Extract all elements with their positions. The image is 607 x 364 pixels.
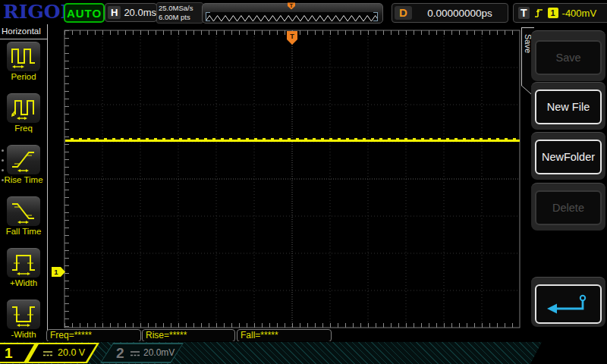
window-bracket-left-icon: [206, 12, 210, 21]
save-button[interactable]: Save: [531, 30, 605, 81]
dc-coupling-icon: [42, 350, 53, 357]
acquisition-info-box: 25.0MSa/s 6.00M pts: [156, 2, 203, 24]
status-bar: 1 20.0 V 2 20.0mV: [0, 341, 607, 364]
channel1-badge[interactable]: 1 20.0 V: [0, 343, 99, 363]
trigger-label: T: [518, 7, 530, 19]
trigger-box[interactable]: T 1 -400mV: [513, 3, 607, 23]
save-button-label: Save: [535, 40, 602, 75]
channel1-trace: [65, 138, 520, 142]
freq-icon: [9, 96, 38, 121]
menu-item-label: +Width: [0, 278, 47, 287]
measurement-freq: Freq=*****: [46, 329, 141, 342]
left-menu-title: Horizontal: [0, 24, 47, 39]
trigger-position-letter: T: [290, 33, 294, 40]
memory-waveform-window: [206, 12, 378, 21]
graticule-area: T 1: [48, 24, 521, 344]
menu-item-label: Period: [0, 72, 47, 81]
menu-item-label: Freq: [0, 124, 47, 133]
left-menu-panel: Horizontal Period Freq: [0, 24, 48, 341]
memory-waveform-icon: [206, 14, 378, 23]
run-status-badge: AUTO: [64, 3, 105, 23]
sample-rate: 25.0MSa/s: [159, 4, 203, 13]
channel2-number: 2: [116, 344, 124, 362]
delete-button[interactable]: Delete: [531, 183, 605, 231]
new-folder-button[interactable]: NewFolder: [531, 132, 605, 180]
menu-item-freq[interactable]: Freq: [0, 93, 47, 143]
delay-label: D: [395, 6, 412, 20]
channel1-divider: [22, 342, 39, 364]
menu-page-dots: [2, 149, 4, 181]
oscilloscope-screen: RIGOL AUTO H 20.0ms 25.0MSa/s 6.00M pts …: [0, 0, 607, 364]
delay-value: 0.00000000ps: [412, 8, 508, 19]
menu-item-fall-time[interactable]: Fall Time: [0, 196, 47, 246]
dc-coupling-icon: [130, 350, 140, 357]
rising-edge-icon: [533, 7, 544, 19]
memory-depth: 6.00M pts: [159, 13, 203, 22]
new-file-button-label: New File: [535, 89, 602, 124]
return-button[interactable]: [531, 277, 605, 327]
period-icon: [9, 44, 38, 70]
timebase-value: 20.0ms: [124, 7, 156, 18]
rise-time-icon: [9, 147, 38, 173]
menu-item-period[interactable]: Period: [0, 42, 47, 91]
trigger-mini-letter: T: [290, 3, 294, 8]
trigger-level-value: -400mV: [562, 8, 597, 19]
return-arrow-icon: [543, 292, 593, 316]
new-file-button[interactable]: New File: [531, 82, 605, 130]
channel1-number: 1: [5, 344, 13, 362]
timebase-box[interactable]: H 20.0ms: [105, 3, 157, 22]
plus-width-icon: [9, 250, 38, 276]
delay-box[interactable]: D 0.00000000ps: [392, 3, 508, 23]
menu-item-rise-time[interactable]: Rise Time: [0, 145, 47, 194]
channel2-scale: 20.0mV: [143, 344, 175, 362]
right-menu-panel: Save Save New File NewFolder Delete: [521, 24, 607, 341]
run-status-label: AUTO: [67, 7, 102, 20]
channel1-marker-number: 1: [54, 268, 58, 276]
menu-item-label: Fall Time: [0, 227, 47, 236]
measurement-rise: Rise=*****: [142, 329, 235, 342]
fall-time-icon: [9, 199, 38, 224]
delete-button-label: Delete: [535, 190, 602, 225]
channel2-badge[interactable]: 2 20.0mV: [100, 343, 184, 363]
trigger-source-badge: 1: [548, 8, 558, 18]
measurement-fall: Fall=*****: [237, 329, 332, 342]
minus-width-icon: [9, 302, 38, 328]
trigger-position-mini-marker[interactable]: T: [287, 2, 296, 11]
graticule: T 1: [48, 24, 521, 341]
menu-item-label: Rise Time: [0, 175, 47, 184]
new-folder-button-label: NewFolder: [535, 140, 602, 174]
horizontal-label: H: [108, 6, 121, 19]
menu-item-label: -Width: [0, 330, 47, 339]
channel1-scale: 20.0 V: [58, 344, 85, 362]
menu-item-plus-width[interactable]: +Width: [0, 248, 47, 297]
window-bracket-right-icon: [373, 12, 378, 21]
